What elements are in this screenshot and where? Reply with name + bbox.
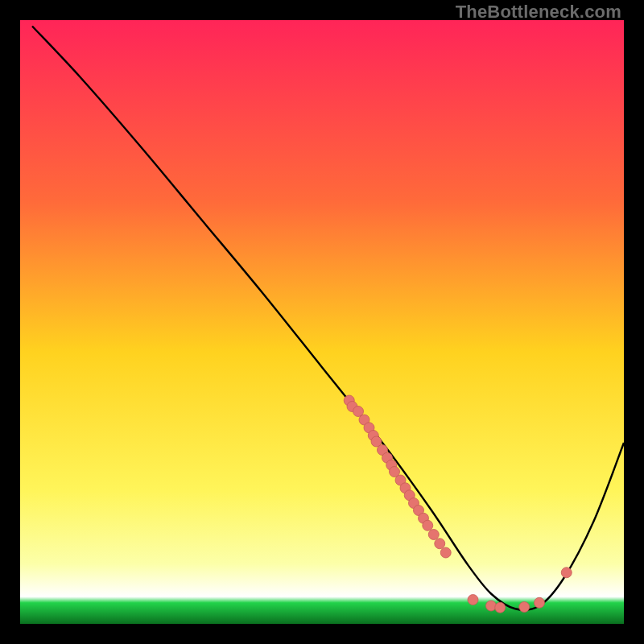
data-point <box>495 602 506 613</box>
data-point <box>535 597 545 608</box>
data-point <box>435 539 445 549</box>
data-point <box>486 601 497 611</box>
data-point <box>423 520 433 530</box>
data-point <box>468 595 478 605</box>
data-point <box>519 602 530 613</box>
data-point <box>440 547 451 558</box>
stage: TheBottleneck.com <box>0 0 644 644</box>
chart-plot <box>20 20 624 624</box>
data-point <box>561 568 572 578</box>
data-point <box>428 530 439 540</box>
